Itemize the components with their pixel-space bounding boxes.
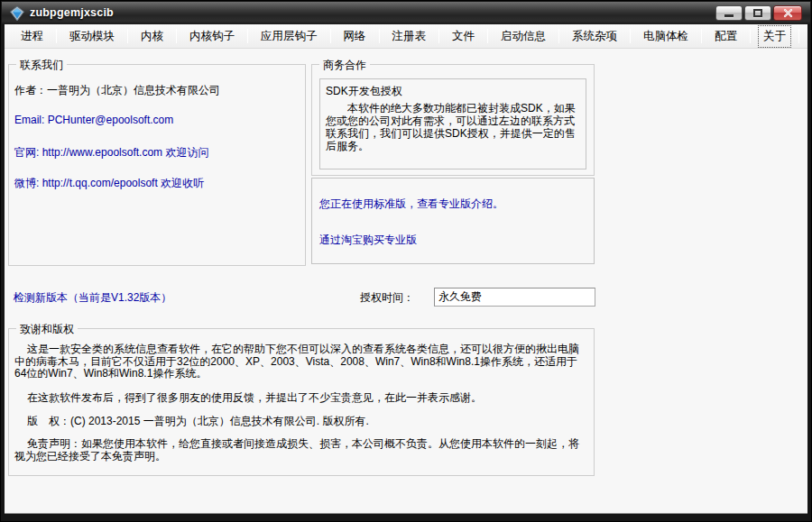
tab-application-hooks[interactable]: 应用层钩子 xyxy=(248,24,330,48)
contact-groupbox: 联系我们 作者：一普明为（北京）信息技术有限公司 Email: PCHunter… xyxy=(8,64,306,266)
window-controls xyxy=(715,5,802,21)
credits-thanks-text: 在这款软件发布后，得到了很多朋友的使用反馈，并提出了不少宝贵意见，在此一并表示感… xyxy=(14,392,589,405)
tab-bar: 进程 驱动模块 内核 内核钩子 应用层钩子 网络 注册表 文件 启动信息 系统杂… xyxy=(5,24,807,49)
tab-kernel[interactable]: 内核 xyxy=(128,24,176,48)
tab-settings[interactable]: 配置 xyxy=(702,24,750,48)
maximize-button[interactable] xyxy=(744,5,771,21)
tab-kernel-hooks[interactable]: 内核钩子 xyxy=(177,24,247,48)
license-time-label: 授权时间： xyxy=(360,290,414,306)
tab-registry[interactable]: 注册表 xyxy=(380,24,439,48)
close-icon xyxy=(783,8,793,18)
version-panel: 您正在使用标准版，查看专业版介绍。 通过淘宝购买专业版 xyxy=(311,178,595,264)
about-page: 联系我们 作者：一普明为（北京）信息技术有限公司 Email: PCHunter… xyxy=(5,49,807,513)
sdk-panel: SDK开发包授权 本软件的绝大多数功能都已被封装成SDK，如果您或您的公司对此有… xyxy=(319,78,586,169)
website-link[interactable]: 官网: http://www.epoolsoft.com 欢迎访问 xyxy=(14,145,208,160)
business-groupbox: 商务合作 SDK开发包授权 本软件的绝大多数功能都已被封装成SDK，如果您或您的… xyxy=(311,64,595,176)
check-update-link[interactable]: 检测新版本（当前是V1.32版本） xyxy=(14,290,171,306)
close-button[interactable] xyxy=(773,5,802,21)
tab-pc-checkup[interactable]: 电脑体检 xyxy=(631,24,701,48)
maximize-icon xyxy=(753,9,762,17)
copyright-text: 版 权：(C) 2013-2015 一普明为（北京）信息技术有限公司. 版权所有… xyxy=(14,416,589,428)
tab-about[interactable]: 关于 xyxy=(751,24,798,48)
tab-separator xyxy=(798,29,799,43)
tab-network[interactable]: 网络 xyxy=(331,24,379,48)
sdk-title: SDK开发包授权 xyxy=(326,84,402,99)
license-time-field[interactable] xyxy=(434,288,595,307)
credits-groupbox: 致谢和版权 这是一款安全类的系统信息查看软件，在它的帮助下您不但可以深入的查看系… xyxy=(8,328,595,476)
tab-file[interactable]: 文件 xyxy=(439,24,487,48)
credits-groupbox-label: 致谢和版权 xyxy=(16,322,78,337)
minimize-button[interactable] xyxy=(715,5,743,21)
email-link[interactable]: Email: PCHunter@epoolsoft.com xyxy=(14,114,173,126)
minimize-icon xyxy=(724,14,734,17)
tab-system-misc[interactable]: 系统杂项 xyxy=(559,24,630,48)
pro-version-info-link[interactable]: 您正在使用标准版，查看专业版介绍。 xyxy=(319,197,503,212)
window-title: zubpgemjxscib xyxy=(30,6,114,19)
contact-groupbox-label: 联系我们 xyxy=(16,58,67,73)
tab-driver-modules[interactable]: 驱动模块 xyxy=(57,24,127,48)
sdk-description: 本软件的绝大多数功能都已被封装成SDK，如果您或您的公司对此有需求，可以通过左边… xyxy=(326,102,583,152)
disclaimer-text: 免责声明：如果您使用本软件，给您直接或者间接造成损失、损害，本公司概不负责。从您… xyxy=(14,438,589,462)
weibo-link[interactable]: 微博: http://t.qq.com/epoolsoft 欢迎收听 xyxy=(14,176,204,191)
author-text: 作者：一普明为（北京）信息技术有限公司 xyxy=(14,83,220,98)
business-groupbox-label: 商务合作 xyxy=(319,58,370,73)
gem-icon xyxy=(9,5,25,22)
tab-processes[interactable]: 进程 xyxy=(8,24,56,48)
titlebar[interactable]: zubpgemjxscib xyxy=(2,2,810,24)
credits-intro-text: 这是一款安全类的系统信息查看软件，在它的帮助下您不但可以深入的查看系统各类信息，… xyxy=(14,343,589,380)
taobao-buy-link[interactable]: 通过淘宝购买专业版 xyxy=(319,233,417,248)
app-window: zubpgemjxscib 进程 驱动模块 内核 内核钩子 应用层钩子 网络 注… xyxy=(0,0,812,522)
tab-startup-info[interactable]: 启动信息 xyxy=(488,24,558,48)
